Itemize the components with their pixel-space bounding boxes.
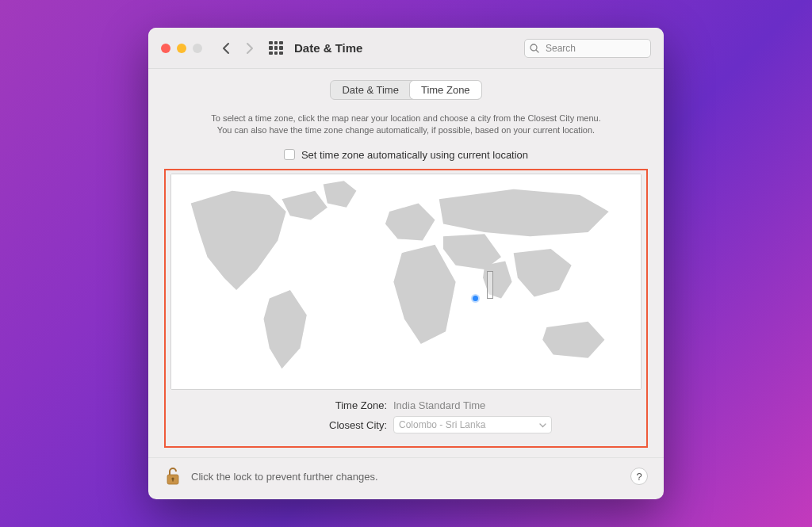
closest-city-value-wrap: Colombo - Sri Lanka	[393, 416, 560, 433]
back-button[interactable]	[218, 36, 234, 60]
lock-hint-text: Click the lock to prevent further change…	[191, 471, 378, 483]
tab-bar: Date & Time Time Zone	[330, 80, 481, 100]
world-map[interactable]	[170, 174, 642, 390]
footer: Click the lock to prevent further change…	[148, 457, 664, 499]
tab-time-zone[interactable]: Time Zone	[410, 81, 481, 99]
forward-button	[242, 36, 258, 60]
svg-line-1	[536, 50, 538, 52]
timezone-form: Time Zone: India Standard Time Closest C…	[170, 399, 642, 438]
content-area: Date & Time Time Zone To select a time z…	[148, 69, 664, 457]
closest-city-label: Closest City:	[252, 419, 387, 431]
search-input[interactable]	[524, 39, 651, 58]
system-preferences-window: Date & Time Date & Time Time Zone To sel…	[148, 28, 664, 499]
closest-city-selected: Colombo - Sri Lanka	[399, 419, 485, 430]
help-button[interactable]: ?	[630, 468, 648, 485]
selected-timezone-band	[487, 271, 493, 299]
close-icon[interactable]	[161, 44, 170, 53]
instruction-line2: You can also have the time zone change a…	[164, 124, 648, 136]
timezone-row: Time Zone: India Standard Time	[170, 399, 642, 411]
highlighted-region: Time Zone: India Standard Time Closest C…	[164, 169, 648, 448]
search-wrap	[524, 39, 651, 58]
instructions-text: To select a time zone, click the map nea…	[164, 113, 648, 136]
tab-date-time[interactable]: Date & Time	[331, 81, 410, 99]
window-title: Date & Time	[294, 41, 362, 55]
search-icon	[530, 44, 539, 53]
maximize-icon[interactable]	[193, 44, 202, 53]
minimize-icon[interactable]	[177, 44, 186, 53]
chevron-left-icon	[222, 42, 230, 55]
lock-icon[interactable]	[164, 466, 182, 487]
location-marker-icon	[473, 296, 478, 301]
auto-timezone-checkbox[interactable]	[284, 149, 295, 160]
instruction-line1: To select a time zone, click the map nea…	[164, 113, 648, 124]
nav-buttons	[218, 36, 258, 60]
closest-city-select[interactable]: Colombo - Sri Lanka	[393, 416, 552, 433]
chevron-right-icon	[246, 42, 254, 55]
chevron-down-icon	[539, 422, 546, 429]
svg-rect-5	[172, 479, 173, 482]
traffic-lights	[161, 44, 202, 53]
auto-timezone-label: Set time zone automatically using curren…	[301, 149, 528, 161]
show-all-button[interactable]	[269, 41, 283, 55]
timezone-label: Time Zone:	[252, 399, 387, 411]
titlebar: Date & Time	[148, 28, 664, 69]
timezone-value: India Standard Time	[393, 399, 560, 411]
auto-timezone-row: Set time zone automatically using curren…	[164, 149, 648, 161]
closest-city-row: Closest City: Colombo - Sri Lanka	[170, 416, 642, 433]
world-map-svg	[171, 174, 641, 389]
